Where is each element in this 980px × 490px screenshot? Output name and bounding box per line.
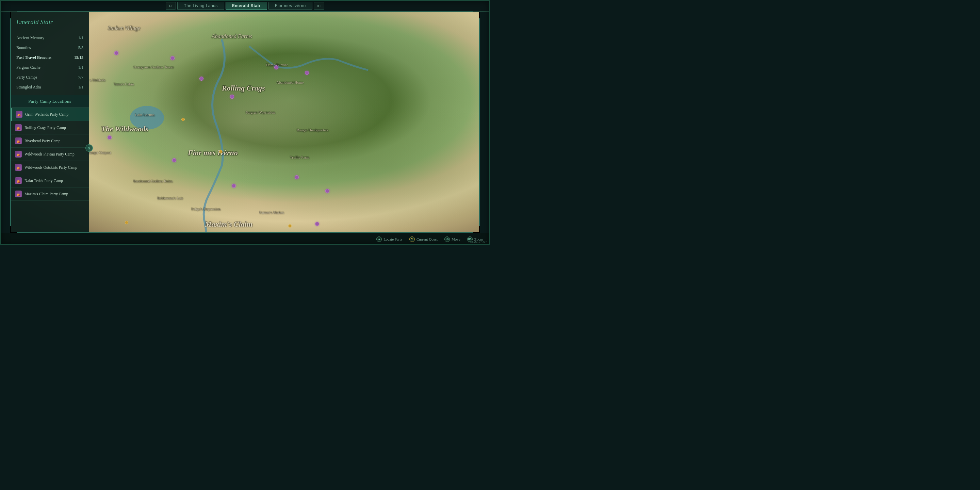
camp-icon-rolling-crags — [15, 124, 22, 131]
map-marker-12 — [315, 222, 319, 226]
stat-label-fast-travel-beacons: Fast Travel Beacons — [16, 55, 51, 60]
map-marker-2 — [170, 56, 175, 60]
action-current-quest: Y Current Quest — [409, 237, 438, 242]
camp-icon-grim-wetlands — [16, 111, 22, 118]
stat-label-pargrun-cache: Pargrun Cache — [16, 65, 40, 70]
camp-list: Grim Wetlands Party Camp Rolling Crags P… — [11, 108, 89, 201]
stat-label-bounties: Bounties — [16, 45, 31, 50]
map-marker-6 — [305, 71, 309, 75]
camp-name-rolling-crags: Rolling Crags Party Camp — [24, 126, 66, 130]
map-container: Sunken Village Abandoned Farms Rolling C… — [10, 11, 480, 233]
stat-value-strangled-adra: 1/1 — [78, 85, 83, 90]
camp-name-wildwoods-plateau: Wildwoods Plateau Party Camp — [24, 152, 75, 156]
tab-fior-mes-iverno[interactable]: Fior mes Ivèrno — [269, 2, 312, 10]
map-marker-1 — [115, 51, 118, 55]
action-locate-party: ● Locate Party — [376, 237, 402, 242]
stat-bounties: Bounties 5/5 — [11, 43, 89, 53]
move-button-icon: LS — [444, 237, 450, 242]
map-marker-building-5 — [288, 224, 292, 228]
stat-value-pargrun-cache: 1/1 — [78, 65, 83, 70]
right-trigger-button[interactable]: RT — [314, 2, 324, 10]
camp-item-rolling-crags[interactable]: Rolling Crags Party Camp — [11, 121, 89, 134]
camp-item-grim-wetlands[interactable]: Grim Wetlands Party Camp — [11, 108, 89, 121]
close-party-camps-button[interactable]: X — [86, 144, 93, 152]
stat-pargrun-cache: Pargrun Cache 1/1 — [11, 63, 89, 73]
stat-ancient-memory: Ancient Memory 1/1 — [11, 33, 89, 43]
party-camps-header: Party Camp Locations X — [11, 95, 89, 108]
camp-icon-wildwoods-plateau — [15, 151, 22, 158]
locate-party-label: Locate Party — [383, 237, 402, 241]
camp-icon-maxims-claim — [15, 191, 22, 197]
corner-bottom-right — [473, 226, 480, 233]
bottom-action-bar: ● Locate Party Y Current Quest LS Move R… — [0, 233, 490, 245]
camp-item-wildwoods-outskirts[interactable]: Wildwoods Outskirts Party Camp — [11, 161, 89, 174]
camp-name-naku-tedek: Naku Tedek Party Camp — [24, 179, 63, 183]
stats-list: Ancient Memory 1/1 Bounties 5/5 Fast Tra… — [11, 30, 89, 95]
stat-party-camps: Party Camps 7/7 — [11, 73, 89, 82]
camp-icon-wildwoods-outskirts — [15, 164, 22, 171]
corner-bottom-left — [10, 226, 17, 233]
party-camps-title: Party Camp Locations — [14, 99, 86, 104]
map-marker-4 — [230, 95, 234, 99]
camp-item-riverbend[interactable]: Riverbend Party Camp — [11, 134, 89, 148]
tab-living-lands[interactable]: The Living Lands — [177, 2, 224, 10]
camp-name-wildwoods-outskirts: Wildwoods Outskirts Party Camp — [24, 165, 77, 169]
map-marker-7 — [108, 135, 111, 140]
camp-name-grim-wetlands: Grim Wetlands Party Camp — [25, 112, 68, 116]
map-marker-9 — [232, 184, 236, 188]
stat-value-bounties: 5/5 — [78, 45, 83, 50]
map-marker-5 — [274, 65, 278, 69]
camp-icon-riverbend — [15, 137, 22, 144]
camp-item-naku-tedek[interactable]: Naku Tedek Party Camp — [11, 174, 89, 188]
stat-strangled-adra: Strangled Adra 1/1 — [11, 82, 89, 92]
stat-fast-travel-beacons: Fast Travel Beacons 15/15 — [11, 53, 89, 63]
corner-top-left — [10, 11, 17, 18]
action-move: LS Move — [444, 237, 460, 242]
map-marker-building-3 — [125, 221, 128, 224]
camp-name-maxims-claim: Maxim's Claim Party Camp — [24, 192, 68, 196]
sidebar-panel: Emerald Stair Ancient Memory 1/1 Bountie… — [11, 12, 89, 232]
map-marker-8 — [172, 158, 176, 162]
map-marker-11 — [325, 189, 329, 193]
stat-value-fast-travel-beacons: 15/15 — [74, 55, 83, 60]
sidebar-title: Emerald Stair — [11, 12, 89, 30]
camp-item-wildwoods-plateau[interactable]: Wildwoods Plateau Party Camp — [11, 148, 89, 161]
stat-value-ancient-memory: 1/1 — [78, 35, 83, 40]
locate-party-button-icon[interactable]: ● — [376, 237, 382, 242]
party-camps-section: Party Camp Locations X Grim Wetlands Par… — [11, 95, 89, 201]
tab-emerald-stair[interactable]: Emerald Stair — [226, 2, 267, 10]
camp-item-maxims-claim[interactable]: Maxim's Claim Party Camp — [11, 188, 89, 201]
stat-label-ancient-memory: Ancient Memory — [16, 35, 44, 40]
map-marker-3 — [199, 76, 204, 81]
current-quest-button-icon[interactable]: Y — [409, 237, 415, 242]
gamerant-watermark: GAMERANT — [469, 240, 487, 243]
current-quest-label: Current Quest — [417, 237, 438, 241]
left-trigger-button[interactable]: LT — [166, 2, 176, 10]
camp-icon-naku-tedek — [15, 177, 22, 184]
top-navigation: LT The Living Lands Emerald Stair Fior m… — [0, 0, 490, 11]
stat-label-strangled-adra: Strangled Adra — [16, 85, 41, 90]
stat-label-party-camps: Party Camps — [16, 75, 37, 80]
stat-value-party-camps: 7/7 — [78, 75, 83, 80]
corner-top-right — [473, 11, 480, 18]
map-marker-building-1 — [219, 150, 223, 153]
camp-name-riverbend: Riverbend Party Camp — [24, 139, 60, 143]
map-marker-10 — [295, 175, 299, 179]
move-label: Move — [452, 237, 460, 241]
map-marker-building-2 — [181, 118, 185, 121]
